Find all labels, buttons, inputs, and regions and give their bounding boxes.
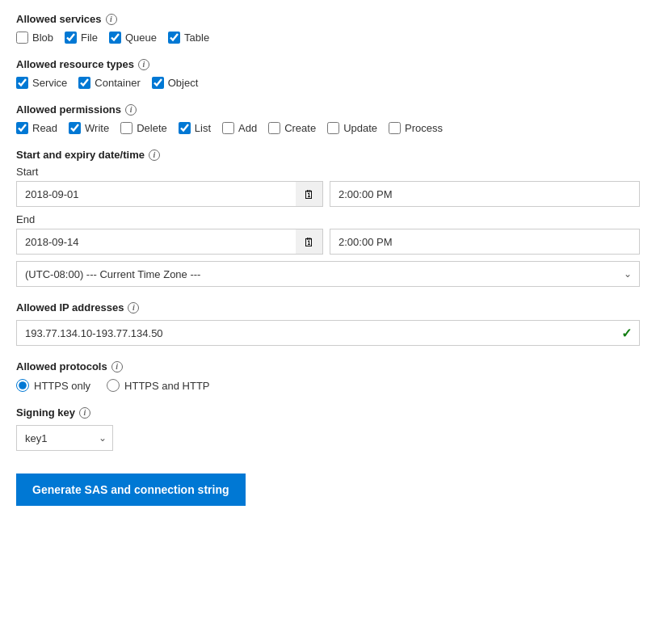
checkbox-container-label: Container <box>95 77 140 89</box>
end-label: End <box>16 213 640 225</box>
checkbox-service[interactable] <box>16 77 28 89</box>
signing-key-info-icon[interactable]: i <box>79 407 90 419</box>
allowed-services-section: Allowed services i Blob File Queue Table <box>16 13 640 44</box>
checkbox-item-process[interactable]: Process <box>389 122 443 134</box>
checkbox-item-file[interactable]: File <box>65 32 98 44</box>
allowed-resource-types-title: Allowed resource types i <box>16 58 640 70</box>
allowed-services-checkboxes: Blob File Queue Table <box>16 32 640 44</box>
checkbox-delete[interactable] <box>120 122 132 134</box>
checkbox-service-label: Service <box>32 77 67 89</box>
allowed-resource-types-checkboxes: Service Container Object <box>16 77 640 89</box>
checkbox-write-label: Write <box>85 122 109 134</box>
allowed-resource-types-info-icon[interactable]: i <box>138 59 149 70</box>
checkbox-update[interactable] <box>327 122 339 134</box>
timezone-select[interactable]: (UTC-08:00) --- Current Time Zone ---(UT… <box>16 261 640 287</box>
allowed-ip-title: Allowed IP addresses i <box>16 301 640 314</box>
allowed-ip-info-icon[interactable]: i <box>128 302 139 314</box>
signing-key-wrapper: key1key2 ⌄ <box>16 425 113 451</box>
signing-key-label: Signing key <box>16 406 75 419</box>
checkbox-process-label: Process <box>405 122 443 134</box>
checkbox-item-delete[interactable]: Delete <box>120 122 167 134</box>
checkbox-item-service[interactable]: Service <box>16 77 67 89</box>
allowed-permissions-title: Allowed permissions i <box>16 103 640 116</box>
checkbox-item-read[interactable]: Read <box>16 122 57 134</box>
signing-key-title: Signing key i <box>16 406 640 419</box>
checkbox-add-label: Add <box>238 122 257 134</box>
radio-https-http[interactable] <box>107 379 120 392</box>
start-calendar-button[interactable]: 🗓 <box>296 181 323 207</box>
ip-valid-checkmark-icon: ✓ <box>621 326 632 341</box>
checkbox-item-write[interactable]: Write <box>69 122 109 134</box>
checkbox-item-queue[interactable]: Queue <box>109 32 157 44</box>
end-date-input[interactable] <box>16 229 323 255</box>
start-date-input[interactable] <box>16 181 323 207</box>
allowed-protocols-info-icon[interactable]: i <box>111 361 123 373</box>
checkbox-blob-label: Blob <box>32 32 53 44</box>
allowed-permissions-info-icon[interactable]: i <box>125 104 137 116</box>
checkbox-list-label: List <box>195 122 211 134</box>
checkbox-delete-label: Delete <box>137 122 167 134</box>
checkbox-update-label: Update <box>343 122 377 134</box>
start-label: Start <box>16 166 640 178</box>
allowed-services-title: Allowed services i <box>16 13 640 25</box>
calendar-icon-end: 🗓 <box>303 235 315 249</box>
end-inputs: 🗓 <box>16 229 640 255</box>
checkbox-item-create[interactable]: Create <box>268 122 316 134</box>
allowed-services-info-icon[interactable]: i <box>106 14 117 25</box>
checkbox-queue-label: Queue <box>125 32 157 44</box>
allowed-protocols-title: Allowed protocols i <box>16 360 640 373</box>
generate-sas-button[interactable]: Generate SAS and connection string <box>16 474 246 506</box>
allowed-permissions-section: Allowed permissions i Read Write Delete … <box>16 103 640 134</box>
end-datetime-row: End 🗓 <box>16 213 640 255</box>
end-time-input[interactable] <box>330 229 640 255</box>
end-date-wrapper: 🗓 <box>16 229 323 255</box>
checkbox-queue[interactable] <box>109 32 121 44</box>
radio-https-http-label: HTTPS and HTTP <box>124 380 209 392</box>
checkbox-list[interactable] <box>179 122 191 134</box>
checkbox-blob[interactable] <box>16 32 28 44</box>
calendar-icon: 🗓 <box>303 187 315 201</box>
allowed-resource-types-label: Allowed resource types <box>16 58 134 70</box>
checkbox-item-object[interactable]: Object <box>152 77 199 89</box>
radio-item-https-only[interactable]: HTTPS only <box>16 379 90 392</box>
radio-https-only[interactable] <box>16 379 29 392</box>
checkbox-object[interactable] <box>152 77 164 89</box>
start-expiry-label: Start and expiry date/time <box>16 149 145 161</box>
checkbox-process[interactable] <box>389 122 401 134</box>
checkbox-container[interactable] <box>78 77 90 89</box>
allowed-services-label: Allowed services <box>16 13 102 25</box>
checkbox-file[interactable] <box>65 32 77 44</box>
radio-item-https-http[interactable]: HTTPS and HTTP <box>107 379 209 392</box>
radio-https-only-label: HTTPS only <box>34 380 90 392</box>
checkbox-item-add[interactable]: Add <box>222 122 257 134</box>
checkbox-table[interactable] <box>168 32 180 44</box>
checkbox-file-label: File <box>81 32 98 44</box>
checkbox-create-label: Create <box>284 122 316 134</box>
allowed-protocols-section: Allowed protocols i HTTPS only HTTPS and… <box>16 360 640 392</box>
checkbox-item-update[interactable]: Update <box>327 122 377 134</box>
allowed-resource-types-section: Allowed resource types i Service Contain… <box>16 58 640 89</box>
generate-button-container: Generate SAS and connection string <box>16 465 640 506</box>
checkbox-table-label: Table <box>184 32 209 44</box>
signing-key-select[interactable]: key1key2 <box>16 425 113 451</box>
checkbox-item-blob[interactable]: Blob <box>16 32 53 44</box>
checkbox-read-label: Read <box>32 122 57 134</box>
start-expiry-info-icon[interactable]: i <box>149 149 160 161</box>
checkbox-read[interactable] <box>16 122 28 134</box>
start-expiry-section: Start and expiry date/time i Start 🗓 End… <box>16 149 640 287</box>
end-calendar-button[interactable]: 🗓 <box>296 229 323 255</box>
allowed-protocols-label: Allowed protocols <box>16 360 107 373</box>
start-time-input[interactable] <box>330 181 640 207</box>
checkbox-create[interactable] <box>268 122 280 134</box>
allowed-permissions-label: Allowed permissions <box>16 103 121 116</box>
start-expiry-title: Start and expiry date/time i <box>16 149 640 161</box>
checkbox-item-table[interactable]: Table <box>168 32 209 44</box>
checkbox-item-container[interactable]: Container <box>78 77 140 89</box>
checkbox-item-list[interactable]: List <box>179 122 211 134</box>
ip-input[interactable] <box>16 320 640 346</box>
ip-input-wrapper: ✓ <box>16 320 640 346</box>
checkbox-add[interactable] <box>222 122 234 134</box>
checkbox-write[interactable] <box>69 122 81 134</box>
start-date-wrapper: 🗓 <box>16 181 323 207</box>
timezone-wrapper: (UTC-08:00) --- Current Time Zone ---(UT… <box>16 261 640 287</box>
